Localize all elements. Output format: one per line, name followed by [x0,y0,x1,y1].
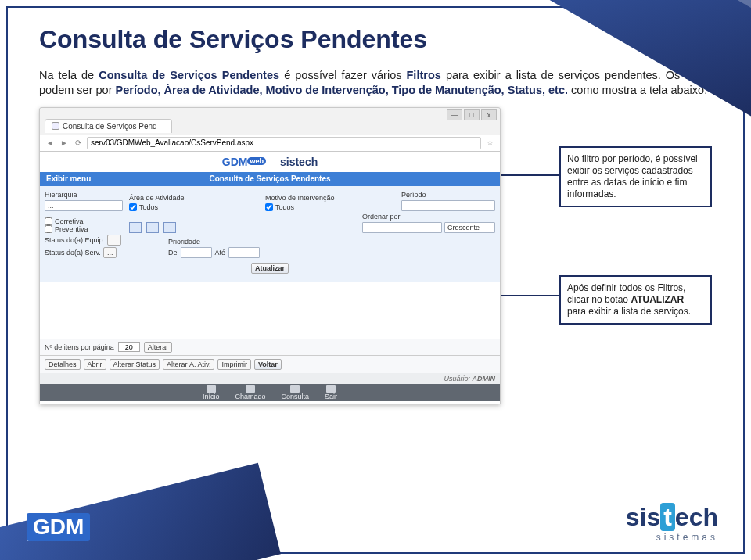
window-maximize-button[interactable]: □ [464,109,480,120]
label-de: De [168,249,178,257]
logo-gdm-small: GDMweb [222,156,266,168]
para-text: é possível fazer vários [284,69,406,81]
atualizar-button[interactable]: Atualizar [251,263,289,274]
user-label: Usuário: [444,375,472,382]
logo-gdm-tag: web [247,157,266,165]
label-area: Área de Atividade [129,194,259,202]
callout-atualizar-kw: ATUALIZAR [631,294,684,305]
slide-paragraph: Na tela de Consulta de Serviços Pendente… [8,62,743,101]
tab-title: Consulta de Serviços Pend [63,122,157,131]
callout-periodo: No filtro por período, é possível exibir… [559,146,712,207]
status-serv-picker[interactable]: ... [103,247,117,258]
logo-sis-sub: sistemas [626,532,718,543]
logo-sis-t: t [660,503,675,531]
select-ordenar-dir[interactable]: Crescente [444,222,495,233]
slide-frame: Consulta de Serviços Pendentes Na tela d… [6,6,745,554]
nav-sair[interactable]: Sair [325,385,337,400]
checkbox-corretiva-label: Corretiva [55,217,84,225]
detalhes-button[interactable]: Detalhes [45,359,81,370]
logo-gdm-mark: GDM [27,513,90,541]
window-minimize-button[interactable]: — [447,109,462,120]
itens-por-pagina-input[interactable] [118,342,140,352]
imprimir-button[interactable]: Imprimir [217,359,251,370]
para-text: Na tela de [39,69,99,81]
dots-button[interactable]: ... [48,202,54,210]
label-hierarquia: Hierarquia [45,191,123,199]
screenshot-stage: — □ x Consulta de Serviços Pend ◄ ► ⟳ ☆ … [39,107,712,420]
results-area [40,282,500,339]
nav-consulta[interactable]: Consulta [282,385,310,400]
tab-favicon-icon [52,122,59,130]
callout-atualizar: Após definir todos os Filtros, clicar no… [559,275,712,325]
window-close-button[interactable]: x [481,109,497,120]
checkbox-motivo-todos[interactable] [265,203,273,211]
alterar-ativ-button[interactable]: Alterar Á. Ativ. [163,359,214,370]
logo-gdm-text: GDM [222,156,248,168]
checkbox-preventiva-label: Preventiva [55,225,88,233]
nav-back-icon[interactable]: ◄ [45,138,56,149]
user-row: Usuário: ADMIN [40,373,500,384]
alterar-status-button[interactable]: Alterar Status [110,359,160,370]
voltar-button[interactable]: Voltar [254,359,282,370]
action-button-row: Detalhes Abrir Alterar Status Alterar Á.… [40,355,500,373]
select-ordenar-field[interactable] [362,222,442,233]
label-status-serv: Status do(a) Serv. [45,249,101,257]
nav-chamado-label: Chamado [235,393,265,400]
brand-header: GDMweb sistech [40,152,500,172]
para-keyword-1: Consulta de Serviços Pendentes [99,69,279,81]
address-bar: ◄ ► ⟳ ☆ [40,135,500,152]
status-equip-picker[interactable]: ... [107,235,121,246]
logo-sis-pre: sis [626,503,660,531]
itens-por-pagina-label: Nº de itens por página [45,343,114,351]
ticket-icon [246,385,255,393]
field-prioridade-ate[interactable] [228,247,260,258]
search-icon [290,385,300,393]
label-periodo: Período [401,191,495,199]
nav-inicio[interactable]: Início [203,385,220,400]
label-status-equip: Status do(a) Equip. [45,236,105,244]
callout-atualizar-post: para exibir a lista de serviços. [567,306,691,317]
equip-icon-2[interactable] [146,222,159,233]
callout-periodo-text: No filtro por período, é possível exibir… [567,153,698,199]
ordenar-dir-value: Crescente [447,224,480,232]
checkbox-motivo-todos-label: Todos [275,203,294,211]
nav-consulta-label: Consulta [282,393,310,400]
logo-sis-post: ech [675,503,718,531]
bookmark-icon[interactable]: ☆ [484,138,495,149]
page-header-title: Consulta de Serviços Pendentes [40,174,500,183]
label-ordenar: Ordenar por [362,213,495,221]
equipment-type-icons[interactable] [129,222,356,233]
nav-reload-icon[interactable]: ⟳ [73,138,84,149]
app-viewport: GDMweb sistech Exibir menu Consulta de S… [40,152,500,404]
exit-icon [326,385,336,393]
filters-panel: Hierarquia ... Área de Atividade Todos M… [40,186,500,282]
footer-logo-gdm: GDM [27,513,88,541]
checkbox-preventiva[interactable] [45,225,52,233]
label-motivo: Motivo de Intervenção [265,194,395,202]
field-hierarquia[interactable]: ... [45,200,123,211]
bottom-nav: Início Chamado Consulta Sair [40,384,500,401]
equip-icon-3[interactable] [163,222,176,233]
label-prioridade: Prioridade [168,238,301,246]
label-ate: Até [215,249,226,257]
bottom-left-decoration [0,463,281,560]
footer-logo-sistech: sistech sistemas [626,503,718,543]
alterar-itens-button[interactable]: Alterar [144,342,173,353]
nav-chamado[interactable]: Chamado [235,385,265,400]
field-prioridade-de[interactable] [181,247,212,258]
browser-tab[interactable]: Consulta de Serviços Pend [45,119,172,133]
logo-sistech-small: sistech [280,156,318,168]
user-value: ADMIN [473,375,496,382]
abrir-button[interactable]: Abrir [84,359,106,370]
browser-window: — □ x Consulta de Serviços Pend ◄ ► ⟳ ☆ … [39,107,501,404]
equip-icon-1[interactable] [129,222,142,233]
checkbox-area-todos[interactable] [129,203,137,211]
home-icon [207,385,216,393]
url-input[interactable] [87,137,481,149]
field-periodo[interactable] [401,200,495,211]
checkbox-corretiva[interactable] [45,217,52,225]
checkbox-area-todos-label: Todos [139,203,158,211]
window-controls: — □ x [447,109,497,120]
nav-forward-icon[interactable]: ► [59,138,70,149]
para-text: como mostra a tela abaixo: [571,84,707,96]
